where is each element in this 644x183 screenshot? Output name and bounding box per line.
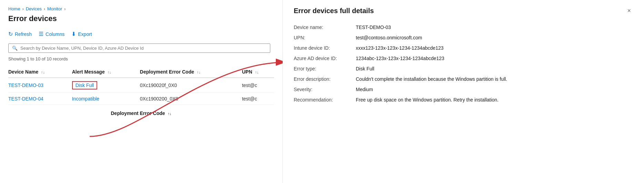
cell-device-name: TEST-DEMO-04	[8, 93, 72, 105]
columns-button[interactable]: ☰ Columns	[39, 29, 64, 39]
breadcrumb-sep-1: ›	[22, 7, 24, 11]
search-bar: 🔍	[8, 44, 270, 53]
detail-value-4: Disk Full	[356, 66, 633, 71]
col-upn-label: UPN	[242, 69, 252, 75]
bottom-sort-icon: ↑↓	[168, 112, 172, 116]
cell-deployment-error-code: 0Xc1900200_0X0	[140, 93, 242, 105]
col-header-upn[interactable]: UPN ↑↓	[242, 66, 274, 78]
device-name-link[interactable]: TEST-DEMO-04	[8, 96, 43, 102]
panel-title: Error devices full details	[294, 7, 374, 15]
cell-alert-message: Disk Full	[72, 78, 140, 93]
bottom-deployment-label: Deployment Error Code ↑↓	[8, 110, 274, 116]
cell-deployment-error-code: 0Xc190020f_0X0	[140, 78, 242, 93]
detail-label-3: Azure AD device ID:	[294, 56, 356, 61]
breadcrumb-monitor[interactable]: Monitor	[47, 6, 62, 11]
sort-icon-device-name: ↑↓	[41, 70, 45, 74]
toolbar: ↻ Refresh ☰ Columns ⬇ Export	[8, 29, 274, 39]
columns-icon: ☰	[39, 31, 43, 37]
cell-device-name: TEST-DEMO-03	[8, 78, 72, 93]
col-alert-message-label: Alert Message	[72, 69, 105, 75]
refresh-button[interactable]: ↻ Refresh	[8, 29, 32, 39]
search-input[interactable]	[20, 46, 266, 51]
detail-label-0: Device name:	[294, 25, 356, 30]
sort-icon-deployment-error: ↑↓	[197, 70, 201, 74]
breadcrumb-home[interactable]: Home	[8, 6, 20, 11]
export-label: Export	[78, 31, 92, 37]
device-name-link[interactable]: TEST-DEMO-03	[8, 83, 43, 88]
breadcrumb: Home › Devices › Monitor ›	[8, 6, 274, 11]
export-button[interactable]: ⬇ Export	[71, 29, 92, 39]
panel-header: Error devices full details ×	[294, 7, 633, 15]
right-panel: Error devices full details × Device name…	[283, 0, 644, 183]
col-deployment-error-label: Deployment Error Code	[140, 69, 194, 75]
detail-grid: Device name:TEST-DEMO-03UPN:test@contoso…	[294, 25, 633, 103]
table-row: TEST-DEMO-04Incompatible0Xc1900200_0X0te…	[8, 93, 274, 105]
close-button[interactable]: ×	[625, 7, 633, 15]
breadcrumb-sep-2: ›	[44, 7, 45, 11]
left-panel: Home › Devices › Monitor › Error devices…	[0, 0, 283, 183]
export-icon: ⬇	[71, 31, 76, 37]
page-title: Error devices	[8, 14, 274, 23]
table-header-row: Device Name ↑↓ Alert Message ↑↓ Deployme…	[8, 66, 274, 78]
bottom-label-text: Deployment Error Code	[111, 110, 165, 116]
col-header-device-name[interactable]: Device Name ↑↓	[8, 66, 72, 78]
detail-value-6: Medium	[356, 87, 633, 92]
alert-message-link[interactable]: Incompatible	[72, 96, 99, 102]
sort-icon-upn: ↑↓	[255, 70, 259, 74]
data-table: Device Name ↑↓ Alert Message ↑↓ Deployme…	[8, 66, 274, 105]
detail-value-5: Couldn't complete the installation becau…	[356, 76, 633, 82]
detail-label-7: Recommendation:	[294, 97, 356, 103]
alert-highlighted-box[interactable]: Disk Full	[72, 81, 98, 89]
columns-label: Columns	[46, 31, 64, 37]
detail-value-3: 1234abc-123x-123x-1234-1234abcde123	[356, 56, 633, 61]
col-header-deployment-error-code[interactable]: Deployment Error Code ↑↓	[140, 66, 242, 78]
refresh-icon: ↻	[8, 31, 13, 37]
detail-label-4: Error type:	[294, 66, 356, 71]
detail-value-2: xxxx123-123x-123x-1234-1234abcde123	[356, 45, 633, 51]
detail-label-5: Error description:	[294, 76, 356, 82]
detail-value-0: TEST-DEMO-03	[356, 25, 633, 30]
detail-label-6: Severity:	[294, 87, 356, 92]
cell-upn: test@c	[242, 93, 274, 105]
col-header-alert-message[interactable]: Alert Message ↑↓	[72, 66, 140, 78]
breadcrumb-sep-3: ›	[64, 7, 66, 11]
detail-label-1: UPN:	[294, 35, 356, 40]
col-device-name-label: Device Name	[8, 69, 38, 75]
sort-icon-alert-message: ↑↓	[108, 70, 111, 74]
detail-label-2: Intune device ID:	[294, 45, 356, 51]
cell-upn: test@c	[242, 78, 274, 93]
cell-alert-message: Incompatible	[72, 93, 140, 105]
record-count: Showing 1 to 10 of 10 records	[8, 56, 274, 61]
search-icon: 🔍	[12, 46, 18, 51]
table-row: TEST-DEMO-03Disk Full0Xc190020f_0X0test@…	[8, 78, 274, 93]
refresh-label: Refresh	[15, 31, 32, 37]
breadcrumb-devices[interactable]: Devices	[26, 6, 42, 11]
detail-value-7: Free up disk space on the Windows partit…	[356, 97, 633, 103]
detail-value-1: test@contoso.onmicrosoft.com	[356, 35, 633, 40]
